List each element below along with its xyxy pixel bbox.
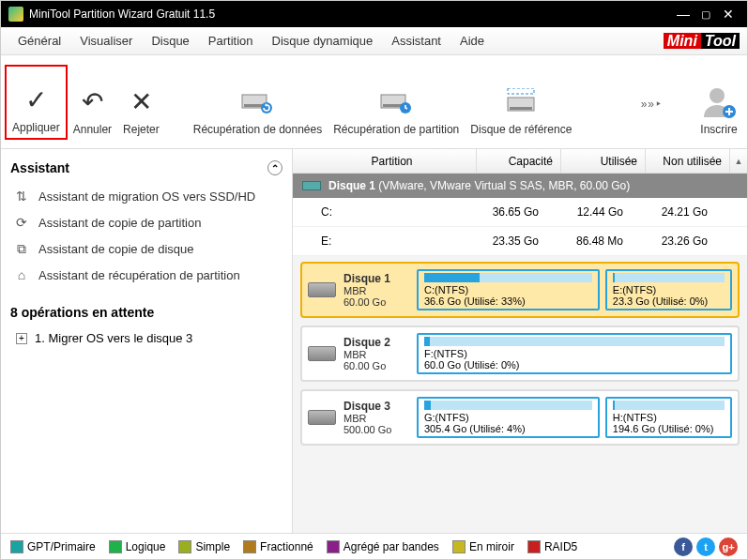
reject-label: Rejeter bbox=[123, 123, 160, 136]
wizard-item[interactable]: ⌂Assistant de récupération de partition bbox=[10, 262, 282, 288]
disk-name: Disque 1 bbox=[328, 179, 375, 192]
part-name: E: bbox=[293, 235, 462, 248]
legend-label: Fractionné bbox=[260, 540, 313, 553]
window-title: MiniTool Partition Wizard Gratuit 11.5 bbox=[29, 8, 672, 21]
main-area: Assistant ⌃ ⇅Assistant de migration OS v… bbox=[1, 149, 747, 533]
titlebar: MiniTool Partition Wizard Gratuit 11.5 —… bbox=[1, 1, 747, 27]
legend-item: En miroir bbox=[452, 540, 514, 553]
assistant-title: Assistant bbox=[10, 160, 69, 175]
menu-visualiser[interactable]: Visualiser bbox=[70, 34, 142, 48]
disk-header-row[interactable]: Disque 1 (VMware, VMware Virtual S SAS, … bbox=[293, 174, 747, 198]
partition-box[interactable]: F:(NTFS)60.0 Go (Utilisé: 0%) bbox=[417, 333, 732, 374]
legend-item: Logique bbox=[109, 540, 166, 553]
menu-assistant[interactable]: Assistant bbox=[382, 34, 450, 48]
legend-swatch bbox=[327, 540, 340, 553]
close-button[interactable]: ✕ bbox=[717, 7, 740, 22]
part-unused: 23.26 Go bbox=[631, 235, 715, 248]
disk-card[interactable]: Disque 1MBR60.00 GoC:(NTFS)36.6 Go (Util… bbox=[300, 262, 740, 318]
col-used[interactable]: Utilisée bbox=[561, 149, 646, 173]
wizard-label: Assistant de récupération de partition bbox=[38, 268, 240, 282]
usage-bar bbox=[613, 401, 725, 410]
menu-general[interactable]: Général bbox=[8, 34, 70, 48]
partition-recovery-button[interactable]: Récupération de partition bbox=[328, 65, 465, 140]
wizard-item[interactable]: ⟳Assistant de copie de partition bbox=[10, 209, 282, 235]
twitter-icon[interactable]: t bbox=[696, 537, 715, 556]
partition-box[interactable]: E:(NTFS)23.3 Go (Utilisé: 0%) bbox=[605, 269, 732, 310]
facebook-icon[interactable]: f bbox=[674, 537, 693, 556]
maximize-button[interactable]: ▢ bbox=[695, 8, 717, 21]
partition-table-header: Partition Capacité Utilisée Non utilisée… bbox=[293, 149, 747, 174]
legend-swatch bbox=[527, 540, 541, 553]
svg-rect-6 bbox=[508, 88, 534, 94]
legend-item: Fractionné bbox=[243, 540, 313, 553]
cancel-button[interactable]: ↶ Annuler bbox=[68, 65, 117, 140]
expand-icon[interactable]: + bbox=[16, 333, 27, 344]
menu-dyn[interactable]: Disque dynamique bbox=[263, 34, 383, 48]
legend-label: GPT/Primaire bbox=[27, 540, 96, 553]
refdisk-label: Disque de référence bbox=[470, 123, 572, 136]
drive-clock-icon bbox=[379, 82, 413, 123]
disk-card[interactable]: Disque 2MBR60.00 GoF:(NTFS)60.0 Go (Util… bbox=[300, 325, 740, 382]
legend-label: Logique bbox=[126, 540, 166, 553]
benchmark-disk-button[interactable]: Disque de référence bbox=[465, 65, 577, 140]
apply-button[interactable]: ✓ Appliquer bbox=[5, 65, 68, 140]
part-sub: 23.3 Go (Utilisé: 0%) bbox=[613, 295, 725, 307]
data-recovery-button[interactable]: Récupération de données bbox=[188, 65, 328, 140]
disk-card[interactable]: Disque 3MBR500.00 GoG:(NTFS)305.4 Go (Ut… bbox=[300, 389, 740, 446]
part-label: E:(NTFS) bbox=[613, 284, 725, 295]
legend-swatch bbox=[243, 540, 256, 553]
signup-button[interactable]: Inscrire bbox=[695, 65, 743, 140]
part-label: F:(NTFS) bbox=[424, 348, 725, 359]
usage-bar bbox=[613, 273, 725, 282]
drive-ruler-icon bbox=[504, 82, 538, 123]
legend-label: Agrégé par bandes bbox=[343, 540, 439, 553]
drive-icon bbox=[308, 346, 336, 361]
disk-icon bbox=[302, 181, 321, 190]
part-sub: 60.0 Go (Utilisé: 0%) bbox=[424, 359, 725, 371]
partition-box[interactable]: H:(NTFS)194.6 Go (Utilisé: 0%) bbox=[605, 397, 732, 438]
ops-title: 8 opérations en attente bbox=[10, 305, 154, 320]
part-label: H:(NTFS) bbox=[613, 412, 725, 423]
disk-desc: (VMware, VMware Virtual S SAS, MBR, 60.0… bbox=[378, 179, 630, 192]
partition-box[interactable]: C:(NTFS)36.6 Go (Utilisé: 33%) bbox=[417, 269, 600, 310]
part-used: 86.48 Mo bbox=[546, 235, 631, 248]
social-links: f t g+ bbox=[674, 537, 738, 556]
col-partition[interactable]: Partition bbox=[308, 149, 477, 173]
operation-item[interactable]: +1. Migrer OS vers le disque 3 bbox=[10, 327, 282, 349]
part-cap: 36.65 Go bbox=[462, 205, 546, 219]
assistant-header[interactable]: Assistant ⌃ bbox=[10, 160, 282, 175]
wizard-label: Assistant de copie de disque bbox=[38, 242, 194, 256]
wizard-item[interactable]: ⧉Assistant de copie de disque bbox=[10, 235, 282, 262]
wizard-item[interactable]: ⇅Assistant de migration OS vers SSD/HD bbox=[10, 183, 282, 209]
disk-info: Disque 3MBR500.00 Go bbox=[308, 397, 411, 438]
partition-box[interactable]: G:(NTFS)305.4 Go (Utilisé: 4%) bbox=[417, 397, 600, 438]
svg-rect-8 bbox=[510, 107, 532, 110]
menu-aide[interactable]: Aide bbox=[450, 34, 494, 48]
wizard-label: Assistant de migration OS vers SSD/HD bbox=[38, 189, 255, 204]
app-icon bbox=[8, 7, 23, 22]
legend-item: RAID5 bbox=[527, 540, 577, 553]
reject-button[interactable]: ✕ Rejeter bbox=[117, 65, 165, 140]
svg-point-9 bbox=[710, 88, 725, 103]
user-plus-icon bbox=[700, 82, 738, 123]
cancel-label: Annuler bbox=[73, 123, 112, 136]
toolbar: ✓ Appliquer ↶ Annuler ✕ Rejeter Récupéra… bbox=[1, 55, 747, 149]
scroll-up-icon[interactable]: ▲ bbox=[730, 149, 747, 173]
col-capacity[interactable]: Capacité bbox=[477, 149, 561, 173]
part-sub: 305.4 Go (Utilisé: 4%) bbox=[424, 423, 592, 434]
legend-item: GPT/Primaire bbox=[10, 540, 96, 553]
x-icon: ✕ bbox=[130, 82, 152, 123]
wizard-label: Assistant de copie de partition bbox=[38, 216, 201, 230]
menu-disque[interactable]: Disque bbox=[142, 34, 198, 48]
toolbar-more[interactable]: »»‣ bbox=[641, 98, 663, 111]
menu-partition[interactable]: Partition bbox=[199, 34, 263, 48]
gplus-icon[interactable]: g+ bbox=[719, 537, 738, 556]
collapse-icon[interactable]: ⌃ bbox=[267, 160, 282, 175]
partition-row[interactable]: C:36.65 Go12.44 Go24.21 Go bbox=[293, 198, 747, 227]
partition-row[interactable]: E:23.35 Go86.48 Mo23.26 Go bbox=[293, 227, 747, 256]
legend-swatch bbox=[10, 540, 23, 553]
legend-swatch bbox=[178, 540, 191, 553]
part-label: G:(NTFS) bbox=[424, 412, 592, 423]
col-unused[interactable]: Non utilisée bbox=[646, 149, 730, 173]
minimize-button[interactable]: — bbox=[672, 7, 695, 22]
